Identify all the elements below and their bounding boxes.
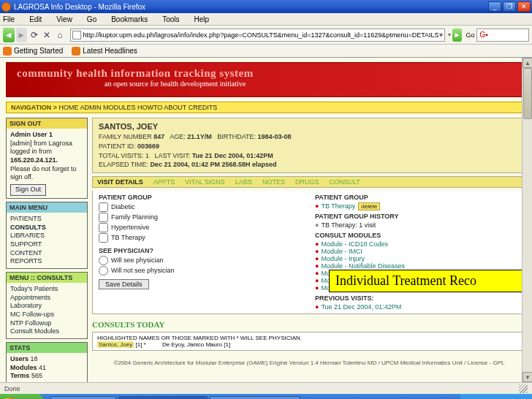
back-button[interactable]: ◄ [3, 28, 15, 42]
submenu-head: MENU :: CONSULTS [7, 273, 87, 283]
sub-ntp[interactable]: NTP Followup [10, 319, 83, 328]
dropdown-icon[interactable]: ▾ [439, 31, 443, 39]
today-p1[interactable]: Santos, Joey [97, 341, 134, 348]
task-chikka[interactable]: Chikka [50, 396, 116, 399]
tab-strip: VISIT DETAILS APPTS VITAL SIGNS LABS NOT… [92, 176, 526, 188]
maximize-button[interactable]: ❐ [503, 1, 516, 12]
start-button[interactable]: start [0, 394, 44, 399]
stats-head: STATS [7, 343, 87, 353]
menu-edit[interactable]: Edit [29, 15, 49, 23]
stats-users-label: Users [10, 355, 28, 362]
signout-button[interactable]: Sign Out [10, 184, 46, 196]
menu-tools[interactable]: Tools [162, 15, 186, 23]
menu-view[interactable]: View [56, 15, 80, 23]
forward-button[interactable]: ► [16, 28, 28, 42]
nav-about[interactable]: ABOUT [164, 104, 186, 111]
go-button[interactable]: ► [452, 28, 463, 42]
bookmark-getting-started[interactable]: Getting Started [3, 47, 63, 56]
bullet-icon: ● [315, 202, 319, 210]
task-powerpoint[interactable]: Microsoft PowerPoint ... [210, 396, 300, 399]
menu-consults[interactable]: CONSULTS [10, 224, 83, 232]
sub-mc[interactable]: MC Follow-ups [10, 311, 83, 319]
menu-support[interactable]: SUPPORT [10, 240, 83, 249]
today-box: HIGHLIGHTED NAMES OR THOSE MARKED WITH *… [92, 332, 526, 351]
grp-family[interactable]: Family Planning [99, 213, 303, 222]
menu-libraries[interactable]: LIBRARIES [10, 232, 83, 240]
mainmenu-head: MAIN MENU [7, 202, 87, 213]
nav-home[interactable]: HOME [58, 104, 78, 111]
scroll-thumb[interactable] [523, 68, 532, 119]
submenu-box: MENU :: CONSULTS Today's Patients Appoin… [6, 272, 88, 339]
bookmark-latest-headlines[interactable]: Latest Headlines [72, 47, 137, 56]
menu-file[interactable]: File [3, 15, 22, 23]
banner-title: community health information tracking sy… [17, 67, 515, 80]
stop-button[interactable]: ✕ [42, 28, 53, 42]
mainmenu-box: MAIN MENU PATIENTS CONSULTS LIBRARIES SU… [6, 202, 88, 269]
sub-appts[interactable]: Appointments [10, 294, 83, 303]
today-p2[interactable]: De Eyoy, Janico Mauro [162, 341, 222, 348]
tab-consult[interactable]: CONSULT [329, 178, 360, 186]
nav-credits[interactable]: CREDITS [189, 104, 218, 111]
task-lagrosa[interactable]: LAGROSA Info Deskt... [118, 396, 208, 399]
minimize-button[interactable]: _ [488, 1, 501, 12]
menu-reports[interactable]: REPORTS [10, 257, 83, 266]
tab-drugs[interactable]: DRUGS [295, 178, 319, 186]
menu-help[interactable]: Help [194, 15, 217, 23]
url-bar[interactable]: http://kuptor.upm.edu.ph/lagrosa/info/in… [70, 28, 445, 42]
mod-icd10[interactable]: Module - ICD10 Codes [321, 240, 388, 248]
prev-item[interactable]: Tue 21 Dec 2004, 01:42PM [321, 303, 401, 311]
history-label: PATIENT GROUP HISTORY [315, 213, 520, 220]
rss-icon [72, 47, 80, 56]
grp-hyper[interactable]: Hypertensive [99, 223, 303, 232]
close-button[interactable]: ✕ [517, 1, 531, 12]
nav-admin[interactable]: ADMIN [80, 104, 101, 111]
tab-notes[interactable]: NOTES [262, 178, 285, 186]
banner-subtitle: an open source for health development in… [104, 80, 515, 88]
bullet-icon: ● [315, 303, 319, 311]
mod-notif[interactable]: Module - Notifiable Diseases [321, 262, 405, 270]
last-val: Tue 21 Dec 2004, 01:42PM [192, 152, 273, 159]
home-button[interactable]: ⌂ [54, 28, 66, 42]
tab-vitals[interactable]: VITAL SIGNS [185, 178, 225, 186]
sub-todays[interactable]: Today's Patients [10, 285, 83, 294]
delete-button[interactable]: delete [358, 202, 380, 210]
scroll-down-icon[interactable]: ▼ [522, 372, 532, 382]
vertical-scrollbar[interactable]: ▲ ▼ [522, 58, 532, 382]
sub-lab[interactable]: Laboratory [10, 302, 83, 311]
menu-content[interactable]: CONTENT [10, 249, 83, 258]
today-p1n: [1] * [135, 341, 145, 348]
mod-imci[interactable]: Module - IMCI [321, 248, 362, 255]
grp-tb[interactable]: TB Therapy [99, 233, 303, 243]
opt-wont[interactable]: Will not see physician [99, 266, 303, 276]
history-item: TB Therapy: 1 visit [321, 221, 376, 229]
grp-diabetic[interactable]: Diabetic [99, 202, 303, 212]
tab-labs[interactable]: LABS [235, 178, 252, 186]
patient-name: SANTOS, JOEY [99, 122, 158, 131]
birth-label: BIRTHDATE: [217, 133, 256, 140]
resize-grip-icon[interactable] [519, 384, 528, 393]
menu-patients[interactable]: PATIENTS [10, 215, 83, 224]
bookmark-icon [3, 47, 12, 56]
nav-howto[interactable]: HOWTO [137, 104, 162, 111]
search-icon: G▪ [479, 31, 487, 39]
age-val: 21.1Y/M [187, 133, 212, 140]
window-titlebar: LAGROSA Info Desktop - Mozilla Firefox _… [0, 0, 532, 13]
menu-go[interactable]: Go [87, 15, 104, 23]
opt-will[interactable]: Will see physician [99, 256, 303, 265]
tab-visit-details[interactable]: VISIT DETAILS [97, 178, 143, 186]
sub-consult-mod[interactable]: Consult Modules [10, 327, 83, 336]
save-details-button[interactable]: Save Details [99, 279, 149, 289]
system-tray[interactable]: 1:58 PM [460, 394, 532, 399]
windows-taskbar: start Chikka LAGROSA Info Deskt... Micro… [0, 394, 532, 399]
menu-bookmarks[interactable]: Bookmarks [111, 15, 155, 23]
curgroup[interactable]: TB Therapy [321, 202, 355, 210]
visits-val: 1 [145, 152, 149, 159]
nav-modules[interactable]: MODULES [103, 104, 136, 111]
scroll-up-icon[interactable]: ▲ [522, 58, 532, 68]
search-box[interactable]: G▪ [476, 28, 529, 42]
tab-appts[interactable]: APPTS [153, 178, 175, 186]
today-head: CONSULTS TODAY [92, 320, 526, 329]
reload-button[interactable]: ⟳ [28, 28, 40, 42]
mod-injury[interactable]: Module - Injury [321, 255, 365, 262]
menu-bar: File Edit View Go Bookmarks Tools Help [0, 13, 532, 26]
